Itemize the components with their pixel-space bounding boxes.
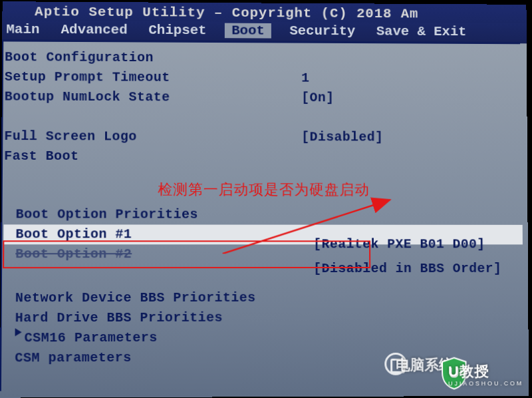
setup-prompt-row[interactable]: Setup Prompt Timeout 1: [5, 67, 522, 89]
menu-main[interactable]: Main: [3, 22, 42, 37]
annotation-text: 检测第一启动项是否为硬盘启动: [158, 180, 370, 200]
full-logo-row[interactable]: Full Screen Logo [Disabled]: [4, 126, 522, 148]
numlock-value: [On]: [301, 88, 521, 108]
boot-option-1-label: Boot Option #1: [15, 224, 313, 244]
fast-boot-label: Fast Boot: [4, 146, 301, 167]
full-logo-label: Full Screen Logo: [4, 126, 301, 147]
boot-priorities-header: Boot Option Priorities: [4, 204, 523, 224]
watermark-right: U教授 UJIAOSHOU.COM: [448, 361, 523, 387]
boot-option-2-label: Boot Option #2: [15, 244, 313, 264]
hdd-bbs-row[interactable]: Hard Drive BBS Priorities: [3, 307, 523, 328]
boot-panel: Boot Configuration Setup Prompt Timeout …: [0, 41, 529, 373]
menu-bar: Main Advanced Chipset Boot Security Save…: [2, 21, 527, 44]
numlock-row[interactable]: Bootup NumLock State [On]: [5, 87, 522, 108]
csm16-row[interactable]: CSM16 Parameters: [3, 327, 523, 349]
setup-prompt-value: 1: [301, 69, 521, 89]
bios-screen: Aptio Setup Utility – Copyright (C) 2018…: [0, 1, 529, 397]
menu-advanced[interactable]: Advanced: [58, 22, 130, 37]
menu-security[interactable]: Security: [287, 23, 358, 39]
network-bbs-row[interactable]: Network Device BBS Priorities: [3, 288, 523, 309]
menu-boot[interactable]: Boot: [225, 23, 271, 39]
full-logo-value: [Disabled]: [301, 127, 522, 147]
numlock-label: Bootup NumLock State: [5, 87, 302, 108]
menu-chipset[interactable]: Chipset: [146, 23, 209, 38]
setup-prompt-label: Setup Prompt Timeout: [5, 67, 301, 88]
submenu-arrow-icon: [15, 328, 22, 336]
spacer: [3, 279, 523, 289]
menu-save-exit[interactable]: Save & Exit: [374, 24, 469, 39]
fast-boot-row[interactable]: Fast Boot [Disabled]: [4, 146, 522, 167]
spacer: [4, 106, 521, 128]
boot-option-2-value: [Disabled in BBS Order]: [313, 259, 523, 279]
boot-option-1-value: [Realtek PXE B01 D00]: [313, 234, 523, 254]
title-bar: Aptio Setup Utility – Copyright (C) 2018…: [2, 1, 526, 23]
boot-config-header: Boot Configuration: [5, 47, 521, 69]
